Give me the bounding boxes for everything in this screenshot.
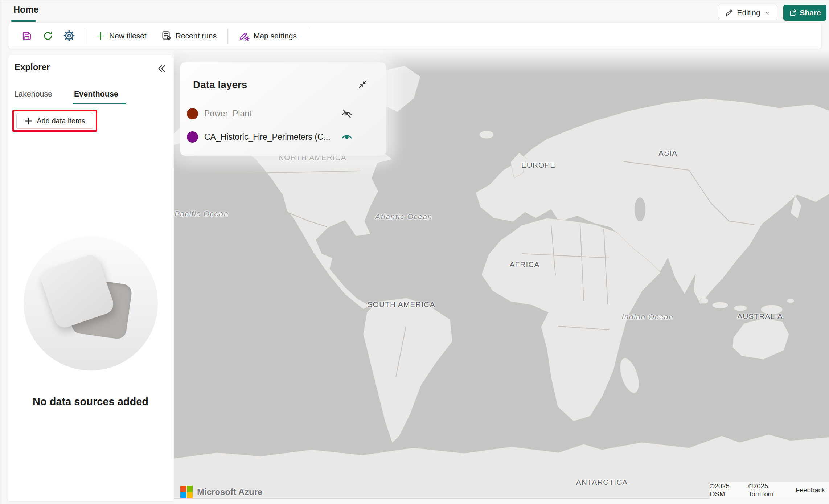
recent-runs-button[interactable]: Recent runs (158, 28, 219, 43)
double-chevron-left-icon (156, 63, 167, 73)
plus-icon (24, 117, 33, 125)
toolbar-divider (85, 28, 85, 44)
home-tab-active-underline (11, 20, 36, 22)
layer-row-ca-historic-fire-perimeters[interactable]: CA_Historic_Fire_Perimeters (C... (180, 128, 386, 146)
map-label-pacific-ocean: Pacific Ocean (175, 209, 229, 218)
map-settings-icon (239, 30, 250, 41)
tab-eventhouse[interactable]: Eventhouse (74, 90, 118, 99)
map-settings-label: Map settings (254, 32, 297, 40)
tab-home[interactable]: Home (13, 4, 38, 15)
new-tileset-button[interactable]: New tileset (93, 29, 149, 43)
pencil-icon (725, 8, 733, 17)
map-attribution: ©2025 OSM ©2025 TomTom Feedback (710, 482, 829, 499)
collapse-panel-button[interactable] (357, 79, 368, 90)
tomtom-copyright: ©2025 TomTom (748, 482, 790, 498)
osm-copyright: ©2025 OSM (710, 482, 742, 498)
save-icon (21, 30, 32, 41)
explorer-title: Explorer (15, 62, 50, 72)
map-label-africa: AFRICA (509, 260, 539, 269)
layer-name: Power_Plant (204, 109, 251, 119)
layer-row-power-plant[interactable]: Power_Plant (180, 105, 386, 123)
editing-mode-dropdown[interactable]: Editing (718, 5, 777, 20)
collapse-arrows-icon (357, 79, 368, 90)
ms-square-red (180, 486, 186, 492)
add-data-items-highlight-box: Add data items (12, 110, 97, 132)
visibility-off-icon[interactable] (341, 108, 353, 120)
refresh-button[interactable] (40, 28, 56, 44)
share-icon (789, 8, 797, 17)
toolbar-divider (227, 28, 228, 44)
map-label-europe: EUROPE (521, 161, 556, 169)
tab-lakehouse[interactable]: Lakehouse (14, 90, 52, 99)
gear-icon (63, 30, 75, 41)
share-label: Share (800, 8, 821, 17)
visibility-on-icon[interactable] (341, 131, 353, 143)
layer-name: CA_Historic_Fire_Perimeters (C... (204, 132, 331, 142)
chevron-down-icon (764, 9, 770, 16)
feedback-link[interactable]: Feedback (796, 486, 825, 494)
add-data-items-button[interactable]: Add data items (16, 113, 93, 129)
map-canvas[interactable]: NORTH AMERICA EUROPE ASIA AFRICA SOUTH A… (174, 50, 829, 499)
empty-state-text: No data sources added (8, 396, 173, 408)
microsoft-azure-logo: Microsoft Azure (180, 486, 262, 498)
map-label-asia: ASIA (658, 149, 677, 157)
map-settings-button[interactable]: Map settings (236, 28, 300, 44)
layer-color-dot (187, 131, 198, 143)
ms-square-blue (180, 492, 186, 498)
data-layers-panel: Data layers Power_Plant (180, 62, 386, 156)
editing-label: Editing (737, 8, 760, 17)
main-toolbar: New tileset Recent runs (8, 23, 821, 49)
plus-icon (96, 31, 105, 41)
map-label-antarctica: ANTARCTICA (576, 478, 628, 487)
recent-runs-icon (161, 30, 172, 41)
share-button[interactable]: Share (783, 5, 826, 21)
collapse-sidebar-button[interactable] (156, 63, 167, 74)
refresh-icon (42, 30, 53, 41)
explorer-sidebar: Explorer Lakehouse Eventhouse Add data i… (8, 55, 173, 501)
map-label-australia: AUSTRALIA (737, 312, 783, 321)
new-tileset-label: New tileset (109, 32, 147, 40)
map-label-south-america: SOUTH AMERICA (368, 300, 435, 309)
layer-color-dot (187, 108, 198, 119)
map-label-indian-ocean: Indian Ocean (622, 312, 674, 321)
microsoft-logo-icon (180, 486, 193, 498)
azure-logo-text: Microsoft Azure (197, 487, 262, 497)
empty-state-illustration (24, 236, 158, 370)
add-data-items-label: Add data items (37, 117, 85, 125)
data-layers-title: Data layers (193, 79, 247, 91)
settings-button[interactable] (61, 28, 77, 44)
app-window: Home Editing Share (0, 0, 829, 504)
recent-runs-label: Recent runs (176, 32, 217, 40)
ms-square-green (187, 486, 193, 492)
eventhouse-tab-active-underline (73, 103, 126, 104)
map-label-atlantic-ocean: Atlantic Ocean (375, 212, 432, 221)
toolbar-divider (308, 28, 308, 44)
ms-square-yellow (187, 492, 193, 498)
save-button[interactable] (19, 28, 34, 44)
